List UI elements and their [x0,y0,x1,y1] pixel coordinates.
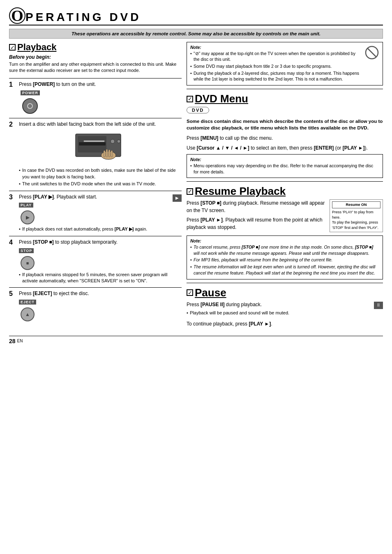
resume-body-p2: Press [PLAY ►]. Playback will resume fro… [187,216,327,231]
step-4: 4 Press [STOP ■] to stop playback tempor… [9,236,182,288]
step-3-number: 3 [9,194,16,201]
step-2-text: Insert a disc with label facing back fro… [19,121,182,128]
dvd-menu-note: Note: Menu operations may vary depending… [187,154,383,178]
dvd-menu-note-bullet-1: Menu operations may vary depending on th… [190,163,379,175]
playback-checkbox: ✓ [9,44,16,51]
dvd-tag-container: DVD [187,107,383,115]
svg-rect-10 [84,141,104,142]
pause-bullets: Playback will be paused and sound will b… [187,310,289,316]
step-1-btn-label: [POWER] [33,81,55,87]
svg-rect-2 [79,142,106,145]
top-note-box: Note: "⊘" may appear at the top-right on… [187,42,383,85]
pause-continue: To continue playback, press [PLAY ►]. [187,320,383,328]
resume-playback-header: ✓ Resume Playback [187,185,383,198]
step-4-content: Press [STOP ■] to stop playback temporar… [19,239,182,285]
step-3-bullet-1: If playback does not start automatically… [19,226,182,232]
play-indicator: ▶ [173,194,182,202]
step-1: 1 Press [POWER] to turn on the unit. POW… [9,78,182,118]
page-footer: 28 EN [9,336,383,344]
step-4-number: 4 [9,239,16,246]
resume-playback-checkmark: ✓ [188,189,192,194]
eject-btn-label: EJECT [19,300,36,305]
top-note-bullet-3: During the playback of a 2-layered disc,… [190,70,361,82]
step-5: 5 Press [EJECT] to eject the disc. EJECT… [9,287,182,325]
before-begin-text: Turn on the amplifier and any other equi… [9,61,182,74]
resume-box-text1: Press 'PLAY' to play from here. [332,210,374,219]
pause-p1: Press [PAUSE II] during playback. [187,301,289,308]
header-circle-o: O [9,7,25,24]
svg-rect-6 [104,150,105,157]
step-1-number: 1 [9,81,16,88]
pause-header: ✓ Pause [187,286,383,299]
step-2-bullet-1: In case the DVD was recorded on both sid… [19,167,182,180]
dvd-tag: DVD [187,107,209,113]
svg-rect-7 [106,149,108,157]
dvd-menu-description: Some discs contain disc menus which desc… [187,118,383,131]
dvd-menu-step-2: Use [Cursor ▲ / ▼ / ◄ / ►] to select an … [187,144,383,152]
resume-note-bullet-2: For MP3 files, playback will resume from… [190,257,379,263]
top-note-bullets: "⊘" may appear at the top-right on the T… [190,51,361,82]
pause-checkmark: ✓ [188,290,192,295]
stop-btn-label: STOP [19,248,34,253]
resume-playback-checkbox: ✓ [187,188,193,195]
resume-box-text2: To play the beginning, press 'STOP' firs… [332,220,378,230]
step-2: 2 Insert a disc with label facing back f… [9,118,182,191]
resume-body: Press [STOP ■] during playback. Resume m… [187,199,383,233]
pause-section: ✓ Pause Press [PAUSE II] during playback… [187,286,383,328]
dvd-menu-header: ✓ DVD Menu [187,92,383,105]
page-header: O PERATING DVD [9,7,383,25]
page-lang: EN [17,339,23,343]
page-number: 28 [9,338,16,344]
divider-3 [187,283,383,283]
step-3-content: Press [PLAY ▶]. Playback will start. ▶ P… [19,194,182,233]
power-btn-label: POWER [21,90,40,95]
resume-on-label: Resume ON [332,201,380,208]
step-4-text: Press [STOP ■] to stop playback temporar… [19,239,182,246]
play-button-icon: ▶ [21,210,35,224]
playback-title: Playback [17,42,56,53]
resume-note-bullet-3: The resume information will be kept even… [190,264,379,276]
step-2-bullets: In case the DVD was recorded on both sid… [19,167,182,187]
left-column: ✓ Playback Before you begin: Turn on the… [9,42,182,328]
step-1-content: Press [POWER] to turn on the unit. POWER [19,81,182,115]
play-btn-label: PLAY [19,203,33,208]
pause-body-text: Press [PAUSE II] during playback. Playba… [187,301,289,317]
svg-point-3 [111,139,115,143]
pause-title: Pause [195,286,226,299]
before-begin-title: Before you begin: [9,54,182,60]
resume-body-p1: Press [STOP ■] during playback. Resume m… [187,199,327,214]
svg-line-12 [367,48,376,57]
stop-button-icon: ■ [21,256,35,270]
dvd-menu-checkbox: ✓ [187,96,193,102]
divider-1 [187,89,383,89]
no-symbol-icon [364,45,379,62]
power-icon [27,103,33,109]
step-5-number: 5 [9,290,16,298]
resume-body-text: Press [STOP ■] during playback. Resume m… [187,199,327,233]
step-2-number: 2 [9,121,16,128]
top-note-bullet-1-text: "⊘" may appear at the top-right on the T… [194,51,355,62]
playback-section-header: ✓ Playback [9,42,182,53]
right-column: Note: "⊘" may appear at the top-right on… [187,42,383,328]
resume-note-title: Note: [190,238,379,244]
step-1-text: Press [POWER] to turn on the unit. [19,81,182,88]
step-4-bullet-1: If playback remains stopped for 5 minute… [19,272,182,284]
resume-note: Note: To cancel resume, press [STOP ■] o… [187,235,383,279]
pause-indicator: II [374,302,383,309]
step-2-bullet-2: The unit switches to the DVD mode when t… [19,181,182,187]
resume-playback-section: ✓ Resume Playback Press [STOP ■] during … [187,185,383,279]
play-triangle-icon: ▶ [26,215,30,220]
top-banner: These operations are accessible by remot… [9,29,383,39]
divider-2 [187,181,383,182]
dvd-menu-step-1: Press [MENU] to call up the disc menu. [187,134,383,142]
header-title: PERATING DVD [25,11,141,24]
resume-playback-title: Resume Playback [195,185,286,198]
dvd-menu-title: DVD Menu [195,92,248,105]
eject-button-icon: ▲ [21,307,35,321]
dvd-menu-section: ✓ DVD Menu DVD Some discs contain disc m… [187,92,383,178]
resume-note-bullets: To cancel resume, press [STOP ■] one mor… [190,244,379,276]
step-3-bullets: If playback does not start automatically… [19,226,182,232]
svg-point-4 [117,140,120,143]
pause-bullet-1: Playback will be paused and sound will b… [187,310,289,316]
step-4-bullets: If playback remains stopped for 5 minute… [19,272,182,284]
